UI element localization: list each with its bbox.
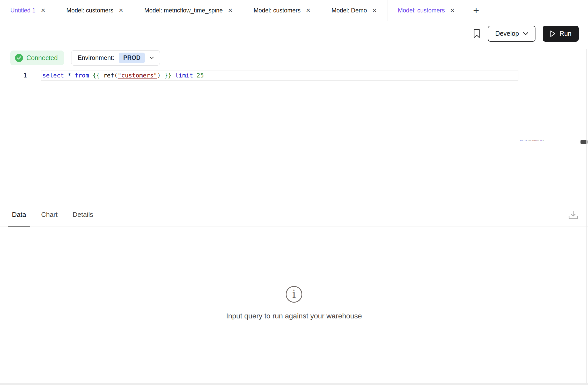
environment-value-pill: PROD [119, 53, 145, 63]
tab-label: Model: customers [398, 7, 445, 14]
tab-model-customers-2[interactable]: Model: customers ✕ [243, 0, 321, 21]
chevron-down-icon [523, 32, 528, 35]
bottom-divider-strip [0, 383, 588, 385]
environment-label: Environment: [78, 54, 114, 61]
close-icon[interactable]: ✕ [41, 8, 45, 13]
close-icon[interactable]: ✕ [228, 8, 233, 13]
close-icon[interactable]: ✕ [306, 8, 310, 13]
tab-label: Model: customers [67, 7, 114, 14]
check-circle-icon [15, 54, 23, 62]
results-panel: Data Chart Details i Input query to run … [0, 203, 588, 383]
tab-untitled-1[interactable]: Untitled 1 ✕ [0, 0, 56, 21]
tab-label: Untitled 1 [10, 7, 35, 14]
code-row: 1 select * from {{ ref("customers") }} l… [0, 70, 588, 81]
play-icon [550, 30, 556, 37]
close-icon[interactable]: ✕ [450, 8, 455, 13]
results-empty-state: i Input query to run against your wareho… [0, 286, 588, 320]
close-icon[interactable]: ✕ [119, 8, 123, 13]
tab-label: Model: customers [254, 7, 301, 14]
develop-button-label: Develop [495, 30, 519, 37]
download-icon [568, 210, 579, 220]
tab-model-customers-1[interactable]: Model: customers ✕ [56, 0, 134, 21]
results-tab-bar: Data Chart Details [0, 203, 588, 226]
sql-editor[interactable]: 1 select * from {{ ref("customers") }} l… [0, 70, 588, 207]
editor-tab-bar: Untitled 1 ✕ Model: customers ✕ Model: m… [0, 0, 588, 21]
plus-icon: + [473, 5, 479, 16]
bookmark-button[interactable] [473, 29, 481, 39]
download-button[interactable] [568, 210, 579, 220]
bookmark-icon [473, 29, 481, 39]
tab-label: Model: Demo [332, 7, 367, 14]
tab-chart[interactable]: Chart [41, 203, 58, 226]
toolbar: Develop Run [0, 21, 588, 46]
results-tab-label: Data [12, 211, 26, 219]
line-number: 1 [0, 70, 41, 81]
empty-state-message: Input query to run against your warehous… [226, 312, 362, 320]
environment-select[interactable]: Environment: PROD [71, 50, 160, 66]
tab-data[interactable]: Data [12, 203, 26, 226]
tab-details[interactable]: Details [73, 203, 93, 226]
new-tab-button[interactable]: + [465, 0, 487, 21]
tab-model-metricflow-time-spine[interactable]: Model: metricflow_time_spine ✕ [134, 0, 243, 21]
tab-model-customers-3[interactable]: Model: customers ✕ [387, 0, 465, 21]
minimap[interactable]: select * from {{ ref("customers") }} lim… [520, 140, 544, 141]
results-tab-label: Details [73, 211, 93, 219]
connected-status-label: Connected [26, 54, 58, 62]
run-button-label: Run [560, 30, 571, 37]
code-line[interactable]: select * from {{ ref("customers") }} lim… [41, 70, 518, 81]
info-icon: i [286, 286, 302, 303]
tab-label: Model: metricflow_time_spine [144, 7, 223, 14]
results-tab-label: Chart [41, 211, 58, 219]
connected-status-badge: Connected [10, 51, 64, 65]
develop-button[interactable]: Develop [488, 26, 535, 42]
right-scroll-track-divider [586, 49, 587, 383]
chevron-down-icon [150, 56, 154, 59]
run-button[interactable]: Run [543, 26, 579, 42]
close-icon[interactable]: ✕ [372, 8, 377, 13]
info-icon-glyph: i [292, 289, 296, 300]
ide-root: Untitled 1 ✕ Model: customers ✕ Model: m… [0, 0, 588, 385]
status-bar: Connected Environment: PROD [0, 46, 588, 65]
tab-model-demo[interactable]: Model: Demo ✕ [321, 0, 387, 21]
